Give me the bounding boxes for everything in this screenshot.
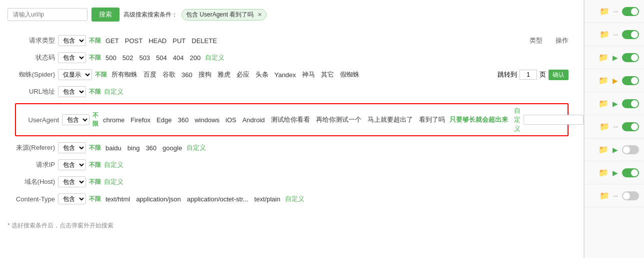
toggle-6[interactable] [622, 122, 639, 131]
url-address-custom[interactable]: 自定义 [104, 87, 124, 96]
play-icon-7[interactable]: ▶ [612, 146, 618, 154]
ct-text-plain[interactable]: text/plain [253, 195, 282, 203]
referer-google[interactable]: google [161, 144, 184, 152]
hostname-nolimit[interactable]: 不限 [89, 178, 101, 186]
filter-section: 请求类型 包含 不限 GET POST HEAD PUT DELETE 类型 操… [8, 29, 576, 216]
advanced-label: 高级搜索搜索条件： [124, 11, 178, 19]
referer-select[interactable]: 包含 [58, 142, 86, 153]
ct-app-json[interactable]: application/json [134, 195, 182, 203]
search-button[interactable]: 搜索 [92, 8, 120, 22]
status-code-nolimit[interactable]: 不限 [89, 54, 101, 62]
ua-active-option[interactable]: 只要够长就会超出来 [450, 115, 508, 124]
spider-yahoo[interactable]: 雅虎 [216, 70, 232, 80]
ua-ios[interactable]: iOS [224, 116, 238, 124]
spider-select[interactable]: 仅显示 [58, 69, 92, 80]
spider-fake[interactable]: 假蜘蛛 [338, 70, 361, 80]
ua-custom-label[interactable]: 自定义 [514, 106, 520, 133]
spider-yandex[interactable]: Yandex [273, 71, 298, 79]
content-type-select[interactable]: 包含 [58, 193, 86, 204]
spider-baidu[interactable]: 百度 [142, 70, 158, 80]
ua-custom-input[interactable] [524, 115, 584, 125]
ua-custom3[interactable]: 马上就要超出了 [366, 115, 414, 125]
spider-nolimit[interactable]: 不限 [95, 71, 107, 79]
spider-360[interactable]: 360 [180, 71, 194, 79]
ua-custom4[interactable]: 看到了吗 [418, 115, 446, 125]
confirm-button[interactable]: 确认 [548, 70, 568, 80]
ct-app-octet[interactable]: application/octet-str... [186, 195, 250, 203]
toggle-3[interactable] [622, 53, 639, 62]
play-icon-3[interactable]: ▶ [612, 54, 618, 62]
hostname-select[interactable]: 包含 [58, 176, 86, 187]
request-type-post[interactable]: POST [124, 37, 144, 45]
ua-edge[interactable]: Edge [155, 116, 173, 124]
referer-nolimit[interactable]: 不限 [89, 144, 101, 152]
ua-360[interactable]: 360 [176, 116, 190, 124]
spider-toutiao[interactable]: 头条 [254, 70, 270, 80]
request-ip-custom[interactable]: 自定义 [104, 160, 124, 169]
folder-icon-4[interactable]: 📁 [598, 76, 608, 85]
status-500[interactable]: 500 [104, 54, 118, 62]
request-ip-select[interactable]: 包含 [58, 159, 86, 170]
folder-icon-7[interactable]: 📁 [598, 145, 608, 154]
ct-custom[interactable]: 自定义 [285, 194, 304, 203]
page-input[interactable] [520, 70, 537, 80]
ct-text-html[interactable]: text/html [104, 195, 132, 203]
spider-google[interactable]: 谷歌 [161, 70, 177, 80]
request-type-put[interactable]: PUT [171, 37, 187, 45]
spider-other[interactable]: 其它 [320, 70, 336, 80]
folder-icon-3[interactable]: 📁 [598, 53, 608, 62]
status-502[interactable]: 502 [121, 54, 135, 62]
spider-sougou[interactable]: 搜狗 [197, 70, 213, 80]
request-type-nolimit[interactable]: 不限 [89, 37, 101, 45]
useragent-select[interactable]: 包含 [62, 114, 90, 125]
toggle-5[interactable] [622, 99, 639, 108]
spider-shenma[interactable]: 神马 [300, 70, 316, 80]
ua-chrome[interactable]: chrome [102, 116, 126, 124]
folder-icon-1[interactable]: 📁 [600, 7, 610, 16]
request-type-get[interactable]: GET [104, 37, 120, 45]
status-code-select[interactable]: 包含 [58, 52, 86, 63]
folder-icon-9[interactable]: 📁 [600, 191, 610, 200]
referer-360[interactable]: 360 [144, 144, 158, 152]
folder-icon-5[interactable]: 📁 [598, 99, 608, 108]
play-icon-5[interactable]: ▶ [612, 100, 618, 108]
request-type-head[interactable]: HEAD [147, 37, 168, 45]
url-address-nolimit[interactable]: 不限 [89, 88, 101, 96]
status-200[interactable]: 200 [188, 54, 202, 62]
ua-firefox[interactable]: Firefox [129, 116, 152, 124]
toggle-7[interactable] [622, 145, 639, 154]
useragent-nolimit[interactable]: 不限 [92, 111, 98, 128]
request-type-select[interactable]: 包含 [58, 35, 86, 46]
toggle-1[interactable] [622, 7, 639, 16]
request-type-delete[interactable]: DELETE [190, 37, 218, 45]
toggle-2[interactable] [622, 30, 639, 39]
content-type-nolimit[interactable]: 不限 [89, 195, 101, 203]
folder-icon-2[interactable]: 📁 [600, 30, 610, 39]
filter-tag-close[interactable]: ✕ [258, 12, 262, 18]
referer-baidu[interactable]: baidu [104, 144, 123, 152]
toggle-4[interactable] [622, 76, 639, 85]
status-503[interactable]: 503 [138, 54, 152, 62]
ua-android[interactable]: Android [241, 116, 266, 124]
status-custom[interactable]: 自定义 [205, 53, 224, 62]
toggle-9[interactable] [622, 191, 639, 200]
referer-bing[interactable]: bing [126, 144, 142, 152]
ua-windows[interactable]: windows [193, 116, 221, 124]
ua-custom2[interactable]: 再给你测试一个 [314, 115, 363, 125]
status-404[interactable]: 404 [172, 54, 186, 62]
play-icon-4[interactable]: ▶ [612, 77, 618, 85]
folder-icon-8[interactable]: 📁 [598, 168, 608, 177]
url-address-label: URL地址 [15, 87, 55, 96]
folder-icon-6[interactable]: 📁 [600, 122, 610, 131]
hostname-custom[interactable]: 自定义 [104, 177, 124, 186]
status-504[interactable]: 504 [154, 54, 168, 62]
toggle-8[interactable] [622, 168, 639, 177]
spider-all[interactable]: 所有蜘蛛 [110, 70, 139, 80]
spider-bing[interactable]: 必应 [235, 70, 251, 80]
referer-custom[interactable]: 自定义 [186, 143, 206, 152]
url-address-select[interactable]: 包含 [58, 86, 86, 97]
play-icon-8[interactable]: ▶ [612, 169, 618, 177]
request-ip-nolimit[interactable]: 不限 [89, 161, 101, 169]
ua-custom1[interactable]: 测试给你看看 [270, 115, 312, 125]
url-input[interactable] [8, 8, 88, 21]
